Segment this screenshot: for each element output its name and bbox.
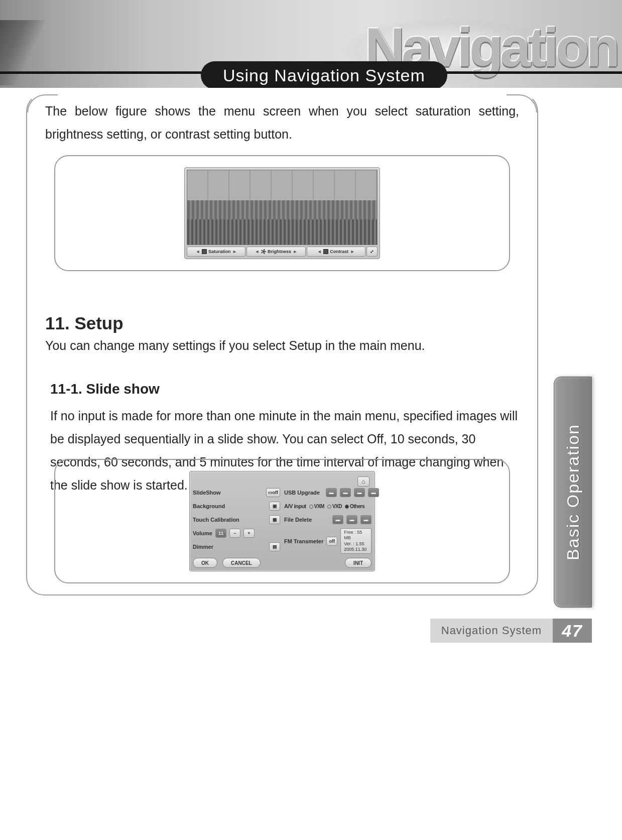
background-label: Background <box>193 503 225 509</box>
footer-page-number: 47 <box>553 619 592 643</box>
figure-2-setup-dialog: ⌂ SlideShow ▭ off Background <box>189 471 375 571</box>
minus-icon: − <box>233 531 236 536</box>
chapter-title-pill: Using Navigation System <box>201 61 447 88</box>
right-arrow-icon[interactable]: ► <box>232 249 237 254</box>
subsection-heading-slideshow: 11-1. Slide show <box>50 381 519 397</box>
fm-transmeter-label: FM Transmeter <box>284 538 323 544</box>
init-button[interactable]: INIT <box>345 558 371 568</box>
figure-1-screenshot: ◄ Saturation ► ◄ Brightness ► ◄ Contrast… <box>184 167 380 259</box>
touch-calibration-label: Touch Calibration <box>193 517 239 523</box>
background-button[interactable]: ▣ <box>269 502 280 511</box>
volume-value: 11 <box>215 529 226 538</box>
usb-chip-2[interactable]: ▬ <box>340 488 351 497</box>
saturation-icon <box>202 249 207 254</box>
side-tab-label: Basic Operation <box>563 424 583 560</box>
footer-section-label: Navigation System <box>430 619 553 643</box>
usb-chip-1[interactable]: ▬ <box>326 488 337 497</box>
saturation-control[interactable]: ◄ Saturation ► <box>187 247 245 257</box>
setup-left-column: SlideShow ▭ off Background ▣ <box>193 488 280 554</box>
slideshow-value: off <box>273 490 279 495</box>
touch-calibration-button[interactable]: ▦ <box>269 515 280 524</box>
file-delete-label: File Delete <box>284 517 312 523</box>
status-date: 2005.11.30 <box>344 547 368 552</box>
side-tab-basic-operation: Basic Operation <box>554 377 592 608</box>
expand-button[interactable]: ⤢ <box>366 247 378 257</box>
file-delete-chip-2[interactable]: ▬ <box>346 515 357 524</box>
page-header: Navigation Using Navigation System <box>0 0 622 88</box>
left-arrow-icon[interactable]: ◄ <box>195 249 200 254</box>
figure-1-control-bar: ◄ Saturation ► ◄ Brightness ► ◄ Contrast… <box>187 247 378 257</box>
contrast-control[interactable]: ◄ Contrast ► <box>307 247 365 257</box>
status-free: Free : 55 MB <box>344 530 368 541</box>
home-icon: ⌂ <box>361 478 365 485</box>
left-arrow-icon[interactable]: ◄ <box>255 249 260 254</box>
volume-decrease-button[interactable]: − <box>229 529 240 538</box>
right-arrow-icon[interactable]: ► <box>350 249 355 254</box>
av-radio-vxd[interactable]: VXD <box>327 504 342 509</box>
expand-icon: ⤢ <box>370 249 374 254</box>
file-delete-chip-1[interactable]: ▬ <box>332 515 343 524</box>
figure-1-image-area <box>187 170 378 245</box>
ok-button[interactable]: OK <box>193 558 217 568</box>
target-icon: ▦ <box>273 517 277 522</box>
contrast-label: Contrast <box>330 249 348 254</box>
dimmer-label: Dimmer <box>193 544 213 550</box>
usb-chip-3[interactable]: ▬ <box>354 488 365 497</box>
saturation-label: Saturation <box>208 249 231 254</box>
setup-right-column: USB Upgrade ▬ ▬ ▬ ▬ A/V input VXM VXD Ot… <box>284 488 371 554</box>
brightness-icon <box>261 249 266 254</box>
page-footer: Navigation System 47 <box>430 619 592 643</box>
setup-dialog-footer: OK CANCEL INIT <box>193 558 371 568</box>
chapter-title: Using Navigation System <box>223 66 425 85</box>
status-box: Free : 55 MB Ver. : 1.55 2005.11.30 <box>340 528 371 554</box>
usb-chip-4[interactable]: ▬ <box>368 488 379 497</box>
right-arrow-icon[interactable]: ► <box>293 249 298 254</box>
av-input-row: A/V input VXM VXD Others <box>284 501 371 511</box>
av-radio-others[interactable]: Others <box>345 504 364 509</box>
section-heading-setup: 11. Setup <box>45 313 519 333</box>
contrast-icon <box>323 249 328 254</box>
fm-value-button[interactable]: off <box>326 537 337 546</box>
volume-label: Volume <box>193 530 212 536</box>
figure-frame-2: ⌂ SlideShow ▭ off Background <box>54 459 510 583</box>
av-radio-vxm[interactable]: VXM <box>309 504 324 509</box>
slideshow-label: SlideShow <box>193 490 221 496</box>
header-bg-stripe <box>0 20 55 85</box>
home-button[interactable]: ⌂ <box>357 476 369 487</box>
file-delete-chip-3[interactable]: ▬ <box>360 515 371 524</box>
dimmer-icon: ▤ <box>273 544 277 549</box>
intro-paragraph: The below figure shows the menu screen w… <box>45 99 519 146</box>
av-input-label: A/V input <box>284 503 306 509</box>
monitor-icon: ▭ <box>268 490 273 495</box>
usb-upgrade-label: USB Upgrade <box>284 490 320 496</box>
brightness-control[interactable]: ◄ Brightness ► <box>246 247 305 257</box>
cancel-button[interactable]: CANCEL <box>222 558 261 568</box>
slideshow-value-button[interactable]: ▭ off <box>266 488 281 497</box>
status-version: Ver. : 1.55 <box>344 541 368 547</box>
plus-icon: + <box>247 531 250 536</box>
brightness-label: Brightness <box>268 249 291 254</box>
section-subtext: You can change many settings if you sele… <box>45 338 519 353</box>
left-arrow-icon[interactable]: ◄ <box>317 249 322 254</box>
volume-increase-button[interactable]: + <box>243 529 255 538</box>
content-card: The below figure shows the menu screen w… <box>26 93 538 595</box>
figure-frame-1: ◄ Saturation ► ◄ Brightness ► ◄ Contrast… <box>54 155 510 271</box>
image-icon: ▣ <box>273 504 277 509</box>
dimmer-button[interactable]: ▤ <box>269 542 280 551</box>
